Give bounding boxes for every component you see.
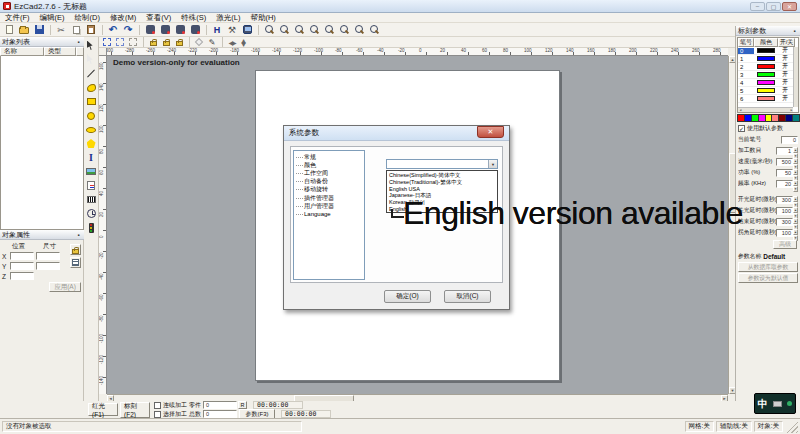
laser-monitor-button[interactable] [240,24,254,36]
lock-z-button[interactable] [173,37,185,47]
zoom-all-button[interactable] [322,24,336,36]
advanced-button[interactable]: 高级 [773,240,797,249]
param-input[interactable]: 20 [776,180,793,188]
barcode-tool-button[interactable] [85,193,98,206]
position-z-field[interactable] [10,272,34,280]
select-tool-button[interactable] [85,39,98,52]
param-spinner[interactable] [793,158,798,166]
menu-item-5[interactable]: 特殊(S) [176,13,211,23]
language-combobox[interactable] [386,159,498,169]
tools-hammer-button[interactable] [225,24,239,36]
object-list-body[interactable] [0,56,84,230]
pen-row[interactable]: 6开 [738,95,793,103]
menu-item-6[interactable]: 激光(L) [211,13,245,23]
param-input[interactable]: 0 [781,136,798,144]
panel-close-icon[interactable] [75,38,82,45]
param-input[interactable]: 100 [776,229,793,237]
menu-item-1[interactable]: 编辑(E) [35,13,70,23]
menu-item-4[interactable]: 查看(V) [141,13,176,23]
language-option-0[interactable]: Chinese(Simplified)-简体中文 [387,172,497,179]
pen-table-vscrollbar[interactable] [793,47,798,107]
snap-object-button[interactable] [127,37,139,47]
language-option-2[interactable]: English USA [387,186,497,193]
scroll-left-icon[interactable] [738,108,743,112]
zoom-page-button[interactable] [352,24,366,36]
pen-number-column[interactable]: 笔号 [738,38,754,47]
part-count-field[interactable]: 0 [203,401,237,409]
input-output-tool-button[interactable] [85,221,98,234]
use-default-checkbox[interactable] [738,125,745,132]
menu-item-2[interactable]: 绘制(D) [70,13,105,23]
new-file-button[interactable] [2,24,16,36]
maximize-icon[interactable] [766,2,781,11]
rectangle-tool-button[interactable] [85,95,98,108]
menu-item-3[interactable]: 修改(M) [105,13,141,23]
param-spinner[interactable] [793,229,798,237]
size-x-field[interactable] [36,252,60,260]
ok-button[interactable]: 确定(O) [384,290,431,303]
chevron-down-icon[interactable] [488,160,497,168]
mirror-horizontal-button[interactable] [226,37,238,47]
tree-item-7[interactable]: Language [296,210,364,218]
laser-preview-button[interactable] [173,24,187,36]
mirror-vertical-button[interactable] [239,37,251,47]
cancel-button[interactable]: 取消(C) [444,290,491,303]
minimize-icon[interactable] [750,2,765,11]
ellipse-tool-button[interactable] [85,123,98,136]
zoom-selected-button[interactable] [337,24,351,36]
language-option-1[interactable]: Chinese(Traditional)-繁体中文 [387,179,497,186]
panel-close-icon[interactable] [791,27,798,34]
reset-count-button[interactable]: R [238,401,247,409]
zoom-pan-button[interactable] [307,24,321,36]
panel-close-icon[interactable] [75,231,82,238]
node-edit-tool-button[interactable] [85,53,98,66]
circle-tool-button[interactable] [85,109,98,122]
undo-button[interactable] [106,24,120,36]
apply-button[interactable]: 应用(A) [49,282,81,292]
param-spinner[interactable] [793,147,798,155]
total-count-field[interactable]: 0 [203,410,237,418]
cut-button[interactable] [54,24,68,36]
line-tool-button[interactable] [85,67,98,80]
hatch-button[interactable] [210,24,224,36]
menu-item-0[interactable]: 文件(F) [0,13,35,23]
size-y-field[interactable] [36,262,60,270]
ime-indicator[interactable]: 中 [754,393,796,414]
redo-button[interactable] [121,24,135,36]
zoom-out-button[interactable] [262,24,276,36]
set-default-button[interactable]: 参数设为默认值 [738,273,798,283]
delay-tool-button[interactable] [85,207,98,220]
param-input[interactable]: 50 [776,169,793,177]
param-spinner[interactable] [793,196,798,204]
laser-node-button[interactable] [143,24,157,36]
mark-button[interactable]: 标刻(F2) [120,402,150,418]
zoom-in-button[interactable] [277,24,291,36]
param-spinner[interactable] [793,207,798,215]
laser-red-button[interactable] [188,24,202,36]
fetch-params-button[interactable]: 从数据库取参数 [738,262,798,272]
param-input[interactable]: 300 [776,218,793,226]
param-spinner[interactable] [793,169,798,177]
pen-draw-button[interactable] [206,37,218,47]
vector-file-tool-button[interactable] [85,179,98,192]
resize-grip[interactable] [786,421,798,433]
polygon-tool-button[interactable] [85,137,98,150]
guides-status[interactable]: 辅助线:关 [716,421,752,432]
position-y-field[interactable] [10,262,34,270]
red-light-button[interactable]: 红光(F1) [88,403,118,416]
text-tool-button[interactable] [85,151,98,164]
spin-down-icon[interactable] [793,186,798,192]
copy-button[interactable] [69,24,83,36]
close-icon[interactable] [782,2,797,11]
open-folder-button[interactable] [17,24,31,36]
scroll-right-icon[interactable] [788,108,793,112]
column-type[interactable]: 类型 [44,47,76,56]
param-input[interactable]: 300 [776,196,793,204]
param-input[interactable]: 100 [776,207,793,215]
mark-selected-checkbox[interactable] [154,411,161,418]
bitmap-tool-button[interactable] [85,165,98,178]
lock-y-button[interactable] [160,37,172,47]
array-button[interactable] [70,257,81,268]
lock-x-button[interactable] [147,37,159,47]
laser-path-button[interactable] [158,24,172,36]
